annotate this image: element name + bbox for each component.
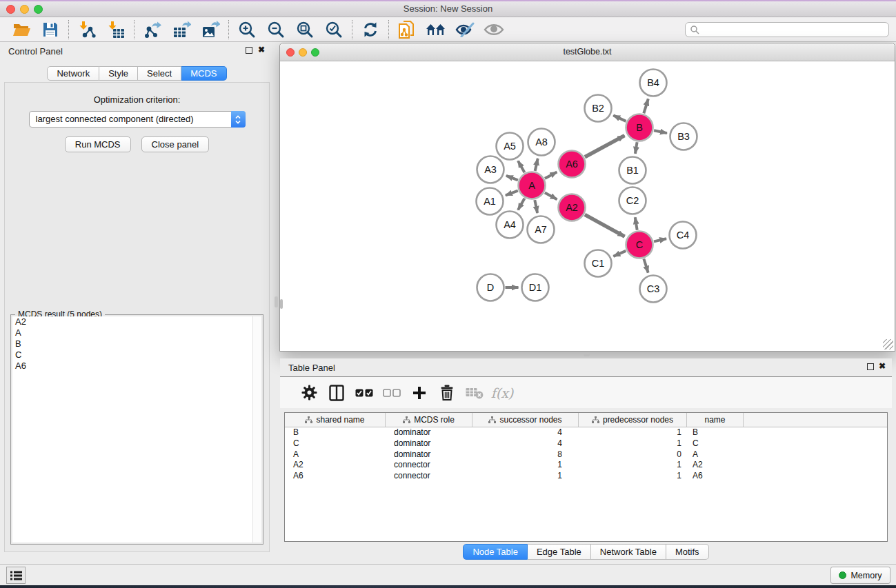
table-row[interactable]: Bdominator41B [285, 427, 887, 438]
close-panel-icon[interactable]: ✖ [879, 361, 886, 371]
node-C3[interactable]: C3 [640, 276, 667, 303]
mcds-result-item[interactable]: A [12, 327, 261, 338]
node-D1[interactable]: D1 [522, 274, 549, 301]
tab-edge-table[interactable]: Edge Table [528, 544, 591, 560]
zoom-selected-icon[interactable] [319, 19, 348, 41]
node-A[interactable]: A [519, 172, 546, 199]
edge-A-A7[interactable] [535, 200, 537, 213]
table-cell[interactable]: 1 [579, 460, 687, 471]
node-table[interactable]: shared nameMCDS rolesuccessor nodesprede… [284, 412, 888, 542]
float-panel-icon[interactable] [867, 363, 874, 370]
open-file-icon[interactable] [7, 19, 36, 41]
edge-A6-B[interactable] [585, 136, 625, 157]
task-history-list-icon[interactable] [6, 567, 26, 584]
deselect-all-icon[interactable] [378, 381, 406, 405]
first-neighbors-icon[interactable] [421, 19, 450, 41]
save-session-icon[interactable] [36, 19, 65, 41]
table-cell[interactable]: A6 [687, 471, 744, 482]
column-header-name[interactable]: name [687, 413, 744, 427]
table-cell[interactable]: 1 [579, 471, 687, 482]
float-panel-icon[interactable] [246, 47, 252, 54]
delete-table-icon[interactable] [461, 381, 488, 405]
table-cell[interactable]: C [285, 438, 386, 449]
table-cell[interactable]: 4 [472, 427, 579, 438]
hide-panels-icon[interactable] [450, 19, 479, 41]
zoom-window-button[interactable] [311, 48, 319, 57]
mcds-result-item[interactable]: A2 [12, 316, 261, 327]
show-panels-icon[interactable] [479, 19, 508, 41]
splitter-handle[interactable] [584, 353, 590, 356]
table-cell[interactable]: connector [386, 460, 472, 471]
table-cell[interactable]: connector [386, 471, 472, 482]
node-B2[interactable]: B2 [585, 95, 612, 122]
column-header-shared-name[interactable]: shared name [285, 413, 386, 427]
mcds-result-item[interactable]: B [12, 338, 261, 349]
edge-B-B2[interactable] [613, 115, 626, 121]
scrollbar-track[interactable] [252, 316, 261, 543]
network-window-titlebar[interactable]: testGlobe.txt [280, 43, 895, 61]
scrollbar-thumb[interactable] [280, 299, 283, 309]
zoom-out-icon[interactable] [261, 19, 290, 41]
node-A3[interactable]: A3 [477, 156, 504, 183]
node-B[interactable]: B [626, 114, 653, 141]
edge-A-A8[interactable] [535, 159, 538, 171]
zoom-window-button[interactable] [34, 5, 43, 14]
add-column-icon[interactable] [406, 381, 433, 405]
table-cell[interactable]: B [687, 427, 744, 438]
zoom-fit-icon[interactable] [290, 19, 319, 41]
edge-A-A1[interactable] [506, 191, 518, 196]
table-settings-gear-icon[interactable] [295, 381, 323, 405]
show-columns-icon[interactable] [323, 381, 350, 405]
import-network-icon[interactable] [72, 19, 101, 41]
edge-C-C3[interactable] [644, 259, 648, 273]
node-D[interactable]: D [477, 274, 504, 301]
table-cell[interactable]: A [687, 449, 744, 460]
export-network-icon[interactable] [138, 19, 167, 41]
table-row[interactable]: Adominator80A [285, 449, 887, 460]
table-cell[interactable]: 1 [472, 460, 579, 471]
column-header-predecessor-nodes[interactable]: predecessor nodes [579, 413, 687, 427]
run-mcds-button[interactable]: Run MCDS [65, 136, 131, 152]
column-header-successor-nodes[interactable]: successor nodes [472, 413, 579, 427]
node-A6[interactable]: A6 [559, 151, 586, 178]
node-C2[interactable]: C2 [619, 187, 646, 214]
import-table-icon[interactable] [101, 19, 130, 41]
minimize-window-button[interactable] [299, 48, 307, 57]
edge-A-A3[interactable] [506, 176, 518, 181]
table-cell[interactable]: B [285, 427, 386, 438]
mcds-result-list[interactable]: A2ABCA6 [12, 316, 261, 543]
node-A2[interactable]: A2 [559, 194, 586, 221]
node-A5[interactable]: A5 [497, 133, 524, 160]
edge-A2-C[interactable] [585, 214, 625, 236]
function-builder-icon[interactable]: f(x) [488, 381, 516, 405]
network-from-selection-icon[interactable] [392, 19, 421, 41]
search-input-text[interactable] [699, 25, 888, 34]
close-window-button[interactable] [286, 48, 295, 57]
table-cell[interactable]: A [285, 449, 386, 460]
node-A8[interactable]: A8 [528, 129, 555, 156]
export-table-icon[interactable] [167, 19, 196, 41]
table-row[interactable]: A2connector11A2 [285, 460, 887, 471]
table-row[interactable]: Cdominator41C [285, 438, 887, 449]
mcds-result-item[interactable]: A6 [12, 361, 261, 372]
table-cell[interactable]: 1 [579, 427, 687, 438]
column-header-MCDS-role[interactable]: MCDS role [386, 413, 472, 427]
node-C4[interactable]: C4 [670, 222, 697, 249]
window-resize-grip[interactable] [883, 339, 893, 349]
edge-A-A5[interactable] [518, 161, 524, 172]
edge-C-C1[interactable] [613, 251, 626, 256]
export-image-icon[interactable] [196, 19, 225, 41]
select-all-icon[interactable] [350, 381, 378, 405]
node-B3[interactable]: B3 [670, 123, 697, 150]
tab-motifs[interactable]: Motifs [666, 544, 709, 560]
table-cell[interactable]: dominator [386, 427, 472, 438]
table-cell[interactable]: dominator [386, 438, 472, 449]
edge-A-A2[interactable] [545, 192, 557, 199]
memory-button[interactable]: Memory [830, 567, 890, 584]
table-row[interactable]: A6connector11A6 [285, 471, 887, 482]
refresh-layout-icon[interactable] [356, 19, 385, 41]
node-A7[interactable]: A7 [528, 216, 555, 243]
edge-A-A6[interactable] [545, 172, 557, 179]
table-cell[interactable]: C [687, 438, 744, 449]
node-A4[interactable]: A4 [497, 212, 524, 239]
